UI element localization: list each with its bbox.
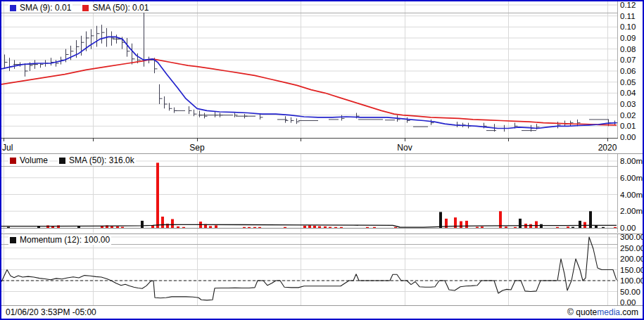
x-axis-label: Nov	[397, 143, 412, 153]
x-axis-label: 2020	[598, 143, 617, 153]
volume-plot[interactable]	[1, 154, 618, 233]
x-axis-tick	[508, 139, 509, 141]
y-axis-label: 0.00	[620, 224, 644, 233]
volume-sma50-swatch-icon	[59, 158, 65, 164]
momentum-legend: Momentum (12): 100.00	[8, 235, 111, 245]
y-axis-label: 0.04	[620, 89, 644, 98]
timestamp: 01/06/20 3:53PM -05:00	[6, 307, 96, 317]
momentum-swatch-icon	[10, 237, 16, 243]
legend-item-volume: Volume	[8, 155, 49, 165]
y-axis-label: 50.00	[620, 288, 644, 297]
stock-chart-widget: SMA (9): 0.01 SMA (50): 0.01 JulSepNov20…	[0, 0, 644, 320]
sma9-swatch-icon	[10, 5, 16, 11]
momentum-panel: Momentum (12): 100.00	[1, 233, 643, 305]
brand-suffix: .com	[620, 307, 638, 317]
y-axis-label: 0.05	[620, 78, 644, 87]
volume-sma50-legend-label: SMA (50): 316.0k	[69, 155, 134, 165]
y-axis-label: 6.00m	[620, 174, 644, 183]
x-axis-tick	[301, 139, 301, 141]
y-axis-label: 100.00	[620, 276, 644, 286]
x-axis-label: Sep	[189, 143, 204, 153]
sma9-legend-label: SMA (9): 0.01	[20, 3, 71, 13]
y-axis-label: 8.00m	[620, 157, 644, 166]
x-axis-tick	[197, 139, 198, 141]
x-axis-tick	[4, 139, 4, 141]
sma50-swatch-icon	[82, 5, 89, 11]
x-axis-label: Jul	[2, 143, 13, 153]
legend-item-volume-sma50: SMA (50): 316.0k	[58, 155, 136, 165]
y-axis-label: 0.07	[620, 56, 644, 65]
y-axis-label: 0.09	[620, 34, 644, 43]
price-plot[interactable]	[1, 1, 618, 139]
legend-item-momentum: Momentum (12): 100.00	[8, 235, 111, 245]
legend-item-sma50: SMA (50): 0.01	[81, 3, 150, 13]
y-axis-label: 0.00	[620, 298, 644, 307]
momentum-legend-label: Momentum (12): 100.00	[20, 235, 110, 245]
y-axis-label: 300.00	[620, 233, 644, 242]
volume-swatch-icon	[10, 158, 16, 164]
y-axis-label: 0.06	[620, 67, 644, 76]
volume-legend: Volume SMA (50): 316.0k	[8, 155, 136, 165]
y-axis-label: 0.03	[620, 100, 644, 109]
momentum-plot[interactable]	[1, 234, 618, 305]
x-axis-tick	[607, 139, 608, 141]
x-axis: JulSepNov2020	[1, 139, 643, 153]
x-axis-tick	[405, 139, 405, 141]
y-axis-label: 150.00	[620, 266, 644, 275]
quotemedia-link[interactable]: © quotemedia.com	[567, 307, 638, 317]
volume-legend-label: Volume	[20, 155, 48, 165]
y-axis-label: 0.08	[620, 45, 644, 54]
y-axis-label: 2.00m	[620, 207, 644, 216]
y-axis-label: 0.10	[620, 23, 644, 32]
footer: 01/06/20 3:53PM -05:00 © quotemedia.com	[1, 305, 643, 319]
legend-item-sma9: SMA (9): 0.01	[8, 3, 72, 13]
x-axis-tick	[93, 139, 94, 141]
price-panel: SMA (9): 0.01 SMA (50): 0.01	[1, 1, 643, 139]
brand-highlight: media	[597, 307, 620, 317]
y-axis-label: 250.00	[620, 244, 644, 253]
y-axis-label: 0.12	[620, 1, 644, 10]
sma50-legend-label: SMA (50): 0.01	[92, 3, 149, 13]
y-axis-label: 0.01	[620, 122, 644, 131]
price-legend: SMA (9): 0.01 SMA (50): 0.01	[8, 3, 150, 13]
y-axis-label: 0.00	[620, 133, 644, 142]
volume-panel: Volume SMA (50): 316.0k	[1, 153, 643, 233]
brand-prefix: © quote	[567, 307, 597, 317]
y-axis-label: 200.00	[620, 255, 644, 264]
y-axis-label: 4.00m	[620, 191, 644, 200]
y-axis-label: 0.02	[620, 111, 644, 120]
y-axis-label: 0.11	[620, 12, 644, 21]
